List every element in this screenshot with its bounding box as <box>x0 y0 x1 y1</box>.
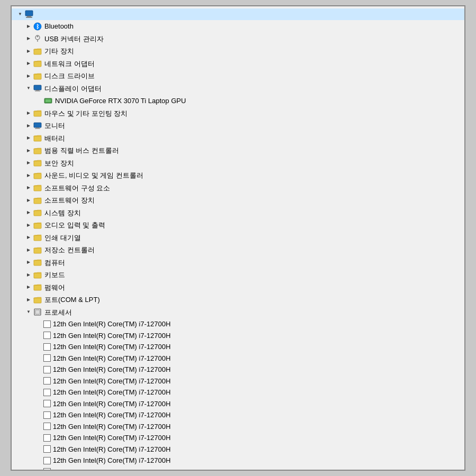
root-expander[interactable] <box>16 10 24 19</box>
small-square-icon-1 <box>43 332 51 339</box>
icon-usb-connector <box>33 34 42 43</box>
tree-item-other-devices[interactable]: 기타 장치 <box>12 45 464 58</box>
processor-child-10[interactable]: 12th Gen Intel(R) Core(TM) i7-12700H <box>12 432 464 444</box>
tree-item-computer[interactable]: 컴퓨터 <box>12 257 464 269</box>
expander-network-adapter[interactable] <box>24 59 33 68</box>
processor-child-8[interactable]: 12th Gen Intel(R) Core(TM) i7-12700H <box>12 409 464 421</box>
processor-child-0[interactable]: 12th Gen Intel(R) Core(TM) i7-12700H <box>12 318 464 330</box>
tree-item-software-device[interactable]: 소프트웨어 장치 <box>12 194 464 207</box>
expander-bluetooth[interactable] <box>24 22 33 31</box>
label-bluetooth: Bluetooth <box>44 21 74 32</box>
expander-mouse-pointing[interactable] <box>24 109 33 117</box>
processor-child-6[interactable]: 12th Gen Intel(R) Core(TM) i7-12700H <box>12 387 464 398</box>
expander-proc-3 <box>35 354 43 362</box>
expander-firmware[interactable] <box>24 283 33 291</box>
icon-other-devices <box>33 47 42 56</box>
expander-computer[interactable] <box>24 258 33 267</box>
tree-item-software-components[interactable]: 소프트웨어 구성 요소 <box>12 182 464 195</box>
svg-rect-11 <box>34 85 41 90</box>
processor-child-2[interactable]: 12th Gen Intel(R) Core(TM) i7-12700H <box>12 341 464 353</box>
tree-item-system-device[interactable]: 시스템 장치 <box>12 207 464 219</box>
processor-child-5[interactable]: 12th Gen Intel(R) Core(TM) i7-12700H <box>12 376 464 387</box>
proc-child-label-0: 12th Gen Intel(R) Core(TM) i7-12700H <box>53 319 171 329</box>
expander-print-queue[interactable] <box>24 233 33 242</box>
icon-ports <box>33 295 42 305</box>
small-square-icon-7 <box>43 400 51 407</box>
expander-proc-4 <box>35 365 43 374</box>
processor-child-12[interactable]: 12th Gen Intel(R) Core(TM) i7-12700H <box>12 455 464 466</box>
svg-rect-29 <box>34 248 41 253</box>
svg-rect-25 <box>34 198 41 204</box>
tree-item-monitor[interactable]: 모니터 <box>12 120 464 132</box>
expander-monitor[interactable] <box>24 122 33 130</box>
tree-item-battery[interactable]: 배터리 <box>12 132 464 145</box>
tree-item-bluetooth[interactable]: ᛒ Bluetooth <box>12 20 464 33</box>
root-computer-item[interactable] <box>12 8 464 20</box>
expander-storage-ctrl[interactable] <box>24 246 33 254</box>
expander-battery[interactable] <box>24 134 33 142</box>
processor-child-3[interactable]: 12th Gen Intel(R) Core(TM) i7-12700H <box>12 353 464 364</box>
svg-rect-19 <box>35 128 40 129</box>
processor-child-13[interactable]: 12th Gen Intel(R) Core(TM) i7-12700H <box>12 466 464 471</box>
tree-item-display-adapter[interactable]: 디스플레이 어댑터 <box>12 83 464 95</box>
icon-software-components <box>33 183 42 193</box>
small-square-icon-12 <box>43 457 51 464</box>
icon-universal-serial <box>33 146 42 155</box>
expander-security-device[interactable] <box>24 159 33 167</box>
processor-child-1[interactable]: 12th Gen Intel(R) Core(TM) i7-12700H <box>12 330 464 342</box>
expander-disk-drive[interactable] <box>24 72 33 80</box>
tree-item-network-adapter[interactable]: 네트워크 어댑터 <box>12 58 464 70</box>
expander-usb-connector[interactable] <box>24 34 33 43</box>
expander-proc-8 <box>35 411 43 419</box>
expander-audio-io[interactable] <box>24 221 33 230</box>
tree-item-keyboard[interactable]: 키보드 <box>12 269 464 281</box>
small-square-icon-0 <box>43 321 51 328</box>
expander-proc-1 <box>35 331 43 340</box>
tree-item-nvidia[interactable]: NVIDIA GeForce RTX 3070 Ti Laptop GPU <box>12 95 464 107</box>
expander-ports[interactable] <box>24 296 33 304</box>
processor-child-7[interactable]: 12th Gen Intel(R) Core(TM) i7-12700H <box>12 398 464 410</box>
icon-sound-video <box>33 171 42 180</box>
expander-keyboard[interactable] <box>24 271 33 279</box>
expander-other-devices[interactable] <box>24 47 33 56</box>
tree-item-mouse-pointing[interactable]: 마우스 및 기타 포인팅 장치 <box>12 107 464 120</box>
tree-item-usb-connector[interactable]: USB 커넥터 관리자 <box>12 33 464 45</box>
tree-item-sound-video[interactable]: 사운드, 비디오 및 게임 컨트롤러 <box>12 169 464 182</box>
label-battery: 배터리 <box>44 133 65 144</box>
svg-rect-9 <box>34 61 41 67</box>
tree-item-storage-ctrl[interactable]: 저장소 컨트롤러 <box>12 244 464 257</box>
label-security-device: 보안 장치 <box>44 158 74 169</box>
tree-item-firmware[interactable]: 펌웨어 <box>12 281 464 294</box>
label-sound-video: 사운드, 비디오 및 게임 컨트롤러 <box>44 170 143 181</box>
expander-software-device[interactable] <box>24 196 33 205</box>
tree-item-print-queue[interactable]: 인쇄 대기열 <box>12 232 464 244</box>
tree-item-ports[interactable]: 포트(COM & LPT) <box>12 294 464 306</box>
tree-item-universal-serial[interactable]: 범용 직렬 버스 컨트롤러 <box>12 144 464 157</box>
svg-rect-27 <box>34 223 41 228</box>
processor-child-9[interactable]: 12th Gen Intel(R) Core(TM) i7-12700H <box>12 421 464 433</box>
expander-universal-serial[interactable] <box>24 147 33 155</box>
proc-child-label-7: 12th Gen Intel(R) Core(TM) i7-12700H <box>53 399 171 409</box>
tree-item-processor[interactable]: 프로세서 <box>12 306 464 319</box>
expander-display-adapter[interactable] <box>24 84 33 93</box>
expander-system-device[interactable] <box>24 208 33 217</box>
label-print-queue: 인쇄 대기열 <box>44 233 81 243</box>
svg-rect-30 <box>34 260 41 266</box>
expander-software-components[interactable] <box>24 184 33 192</box>
tree-item-disk-drive[interactable]: 디스크 드라이브 <box>12 70 464 83</box>
device-manager-window[interactable]: ᛒ Bluetooth USB 커넥터 관리자 기타 장치 네트워크 어댑터 <box>11 5 465 471</box>
processor-child-11[interactable]: 12th Gen Intel(R) Core(TM) i7-12700H <box>12 444 464 455</box>
expander-processor[interactable] <box>24 308 33 316</box>
icon-storage-ctrl <box>33 245 42 255</box>
icon-audio-io <box>33 221 42 230</box>
svg-rect-22 <box>34 161 41 166</box>
processor-child-4[interactable]: 12th Gen Intel(R) Core(TM) i7-12700H <box>12 364 464 376</box>
icon-bluetooth: ᛒ <box>33 22 42 31</box>
expander-nvidia <box>35 97 43 105</box>
svg-rect-0 <box>25 11 33 16</box>
icon-network-adapter <box>33 59 42 68</box>
tree-item-audio-io[interactable]: 오디오 입력 및 출력 <box>12 219 464 232</box>
tree-item-security-device[interactable]: 보안 장치 <box>12 157 464 170</box>
expander-sound-video[interactable] <box>24 171 33 180</box>
label-processor: 프로세서 <box>44 307 72 318</box>
